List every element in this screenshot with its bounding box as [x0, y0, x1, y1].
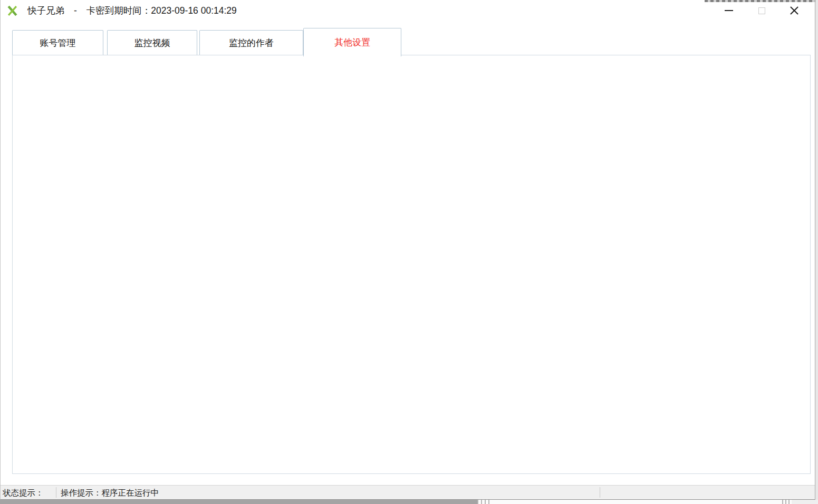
tab-monitored-authors[interactable]: 监控的作者	[199, 30, 303, 55]
tab-label: 其他设置	[334, 36, 370, 49]
minimize-button[interactable]	[713, 0, 745, 21]
background-window-sliver	[705, 0, 818, 2]
tab-account-management[interactable]: 账号管理	[12, 30, 103, 55]
statusbar-divider	[56, 487, 56, 498]
app-logo-icon	[7, 5, 18, 16]
close-icon	[789, 5, 800, 16]
statusbar-divider	[600, 487, 600, 498]
app-title: 快子兄弟	[27, 4, 64, 17]
title-separator: -	[74, 5, 77, 16]
maximize-button[interactable]	[745, 0, 778, 21]
tab-label: 账号管理	[40, 37, 76, 49]
status-hint-label: 状态提示：	[3, 488, 44, 499]
status-bar: 状态提示： 操作提示：程序正在运行中	[1, 485, 815, 499]
tab-content-panel	[12, 55, 811, 474]
tab-other-settings[interactable]: 其他设置	[303, 28, 401, 56]
background-bottom-sliver	[792, 500, 818, 504]
title-group: 快子兄弟 - 卡密到期时间：2023-09-16 00:14:29	[7, 0, 237, 21]
maximize-icon	[758, 7, 765, 14]
license-expiry-text: 卡密到期时间：2023-09-16 00:14:29	[86, 4, 237, 17]
operation-hint-text: 操作提示：程序正在运行中	[61, 488, 159, 499]
window-controls	[713, 0, 811, 21]
background-bottom-sliver	[492, 500, 782, 504]
background-bottom-sliver	[0, 500, 477, 504]
app-window: 快子兄弟 - 卡密到期时间：2023-09-16 00:14:29 账号管理 监…	[0, 0, 815, 500]
background-right-sliver	[815, 0, 818, 504]
background-bottom-sliver	[782, 500, 792, 504]
title-bar: 快子兄弟 - 卡密到期时间：2023-09-16 00:14:29	[1, 0, 815, 21]
background-bottom-sliver	[477, 500, 492, 504]
tab-label: 监控视频	[134, 37, 170, 49]
tab-monitor-videos[interactable]: 监控视频	[107, 30, 197, 55]
tab-label: 监控的作者	[229, 37, 274, 49]
minimize-icon	[725, 10, 733, 11]
close-button[interactable]	[778, 0, 811, 21]
